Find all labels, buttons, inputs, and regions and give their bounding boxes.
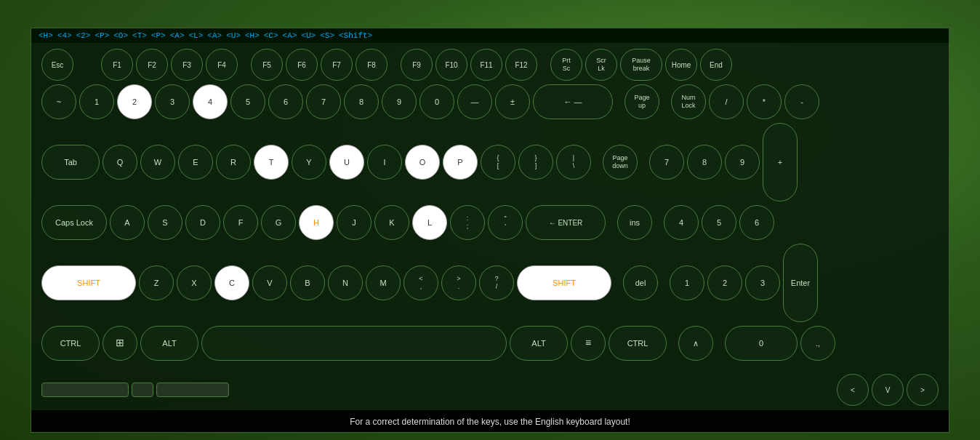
f3-key[interactable]: F3 <box>171 49 203 81</box>
p-key[interactable]: P <box>443 145 478 180</box>
9-key[interactable]: 9 <box>382 84 417 119</box>
alt-right-key[interactable]: ALT <box>510 326 568 361</box>
del-key[interactable]: del <box>623 265 658 300</box>
8-key[interactable]: 8 <box>344 84 379 119</box>
num1-key[interactable]: 1 <box>670 265 704 300</box>
t-key[interactable]: T <box>254 145 289 180</box>
f7-key[interactable]: F7 <box>321 49 353 81</box>
i-key[interactable]: I <box>367 145 402 180</box>
pausebrk-key[interactable]: Pausebreak <box>620 49 662 81</box>
num5-key[interactable]: 5 <box>702 205 736 240</box>
f11-key[interactable]: F11 <box>470 49 502 81</box>
u-key[interactable]: U <box>329 145 364 180</box>
shift-left-key[interactable]: SHIFT <box>41 265 136 300</box>
shift-right-key[interactable]: SHIFT <box>517 265 611 300</box>
k-key[interactable]: K <box>374 205 409 240</box>
ctrl-right-key[interactable]: CTRL <box>609 326 667 361</box>
lt-key[interactable]: <, <box>403 265 438 300</box>
num8-key[interactable]: 8 <box>687 145 722 180</box>
v-key[interactable]: V <box>252 265 287 300</box>
arrow-down-key[interactable]: V <box>872 374 904 406</box>
d-key[interactable]: D <box>185 205 220 240</box>
g-key[interactable]: G <box>261 205 296 240</box>
3-key[interactable]: 3 <box>155 84 190 119</box>
f2-key[interactable]: F2 <box>136 49 168 81</box>
question-key[interactable]: ?/ <box>479 265 514 300</box>
y-key[interactable]: Y <box>292 145 326 180</box>
scrlk-key[interactable]: ScrLk <box>585 49 617 81</box>
4-key[interactable]: 4 <box>193 84 228 119</box>
pageup-key[interactable]: Pageup <box>624 84 659 119</box>
f8-key[interactable]: F8 <box>356 49 387 81</box>
num2-key[interactable]: 2 <box>707 265 742 300</box>
m-key[interactable]: M <box>366 265 401 300</box>
alt-left-key[interactable]: ALT <box>140 326 198 361</box>
minus-key[interactable]: — <box>457 84 492 119</box>
num9-key[interactable]: 9 <box>725 145 760 180</box>
c-key[interactable]: C <box>214 265 249 300</box>
pagedown-key[interactable]: Pagedown <box>603 145 638 180</box>
r-key[interactable]: R <box>216 145 251 180</box>
numsub-key[interactable]: - <box>784 84 819 119</box>
f4-key[interactable]: F4 <box>206 49 238 81</box>
esc-key[interactable]: Esc <box>41 49 73 81</box>
numdiv-key[interactable]: / <box>709 84 744 119</box>
colon-key[interactable]: :; <box>450 205 485 240</box>
num4-key[interactable]: 4 <box>664 205 699 240</box>
q-key[interactable]: Q <box>103 145 137 180</box>
e-key[interactable]: E <box>178 145 213 180</box>
h-key[interactable]: H <box>299 205 334 240</box>
f9-key[interactable]: F9 <box>401 49 433 81</box>
2-key[interactable]: 2 <box>117 84 152 119</box>
tilde-key[interactable]: ~ <box>41 84 76 119</box>
num0-key[interactable]: 0 <box>725 326 798 361</box>
rbrace-key[interactable]: }] <box>518 145 553 180</box>
space-key[interactable] <box>201 326 507 361</box>
x-key[interactable]: X <box>177 265 212 300</box>
numpad-plus-key[interactable]: + <box>763 123 798 201</box>
backspace-key[interactable]: ← ― <box>533 84 613 119</box>
f1-key[interactable]: F1 <box>101 49 133 81</box>
o-key[interactable]: O <box>405 145 440 180</box>
n-key[interactable]: N <box>328 265 363 300</box>
f6-key[interactable]: F6 <box>286 49 318 81</box>
arrow-left-key[interactable]: < <box>837 374 869 406</box>
f5-key[interactable]: F5 <box>251 49 283 81</box>
5-key[interactable]: 5 <box>230 84 265 119</box>
b-key[interactable]: B <box>290 265 325 300</box>
lbrace-key[interactable]: {[ <box>481 145 515 180</box>
ctrl-left-key[interactable]: CTRL <box>41 326 100 361</box>
numpad-enter-key[interactable]: Enter <box>783 244 818 322</box>
caret-key[interactable]: ∧ <box>678 326 713 361</box>
num7-key[interactable]: 7 <box>649 145 684 180</box>
1-key[interactable]: 1 <box>79 84 114 119</box>
f12-key[interactable]: F12 <box>505 49 537 81</box>
7-key[interactable]: 7 <box>306 84 341 119</box>
l-key[interactable]: L <box>412 205 447 240</box>
nummul-key[interactable]: * <box>747 84 782 119</box>
pipe-key[interactable]: |\ <box>556 145 591 180</box>
s-key[interactable]: S <box>148 205 182 240</box>
plus-key[interactable]: ± <box>495 84 530 119</box>
prtsc-key[interactable]: PrtSc <box>550 49 582 81</box>
num3-key[interactable]: 3 <box>745 265 780 300</box>
w-key[interactable]: W <box>140 145 175 180</box>
num6-key[interactable]: 6 <box>739 205 774 240</box>
0-key[interactable]: 0 <box>419 84 454 119</box>
ins-key[interactable]: ins <box>617 205 652 240</box>
home-key[interactable]: Home <box>665 49 697 81</box>
gt-key[interactable]: >. <box>441 265 476 300</box>
6-key[interactable]: 6 <box>268 84 303 119</box>
a-key[interactable]: A <box>110 205 145 240</box>
end-key[interactable]: End <box>700 49 732 81</box>
numdot-key[interactable]: ., <box>800 326 835 361</box>
quote-key[interactable]: "' <box>488 205 523 240</box>
f10-key[interactable]: F10 <box>435 49 467 81</box>
enter-key[interactable]: ← ENTER <box>526 205 606 240</box>
tab-key[interactable]: Tab <box>41 145 100 180</box>
win-key[interactable]: ⊞ <box>103 326 137 361</box>
arrow-right-key[interactable]: > <box>907 374 939 406</box>
z-key[interactable]: Z <box>139 265 174 300</box>
menu-key[interactable]: ≡ <box>571 326 606 361</box>
j-key[interactable]: J <box>337 205 371 240</box>
